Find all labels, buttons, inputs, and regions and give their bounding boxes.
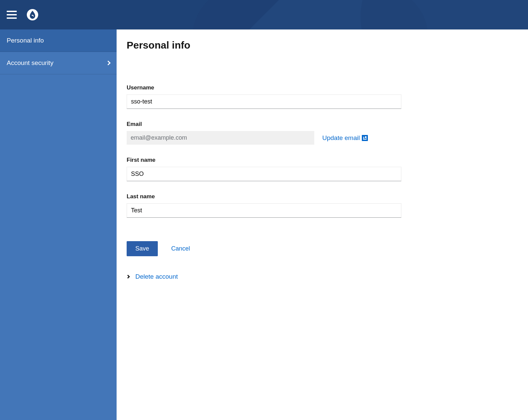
sidebar-item-personal-info[interactable]: Personal info [0, 29, 117, 52]
email-label: Email [127, 121, 401, 128]
update-email-link[interactable]: Update email [322, 134, 368, 142]
sidebar-item-label: Personal info [7, 37, 44, 44]
main-content: Personal info Username Email Update emai… [117, 29, 411, 420]
keycloak-drop-icon [29, 11, 36, 19]
page-title: Personal info [127, 40, 401, 51]
update-email-label: Update email [322, 134, 360, 142]
username-label: Username [127, 84, 401, 91]
email-input [127, 131, 314, 145]
first-name-input[interactable] [127, 167, 401, 181]
app-header [0, 0, 528, 29]
external-link-icon [362, 135, 368, 141]
chevron-right-icon [106, 61, 111, 65]
last-name-input[interactable] [127, 203, 401, 218]
delete-account-link: Delete account [135, 273, 178, 280]
save-button[interactable]: Save [127, 241, 158, 256]
form-actions: Save Cancel [127, 241, 401, 256]
username-input[interactable] [127, 94, 401, 109]
email-group: Email Update email [127, 121, 401, 145]
last-name-label: Last name [127, 193, 401, 200]
sidebar-item-label: Account security [7, 59, 53, 67]
app-logo[interactable] [27, 9, 38, 20]
delete-account-row[interactable]: Delete account [127, 273, 401, 280]
cancel-button[interactable]: Cancel [171, 245, 190, 252]
username-group: Username [127, 84, 401, 109]
first-name-label: First name [127, 157, 401, 163]
last-name-group: Last name [127, 193, 401, 218]
menu-toggle-button[interactable] [7, 11, 17, 19]
chevron-right-icon [126, 275, 130, 278]
first-name-group: First name [127, 157, 401, 181]
sidebar-nav: Personal info Account security [0, 29, 117, 420]
sidebar-item-account-security[interactable]: Account security [0, 52, 117, 74]
